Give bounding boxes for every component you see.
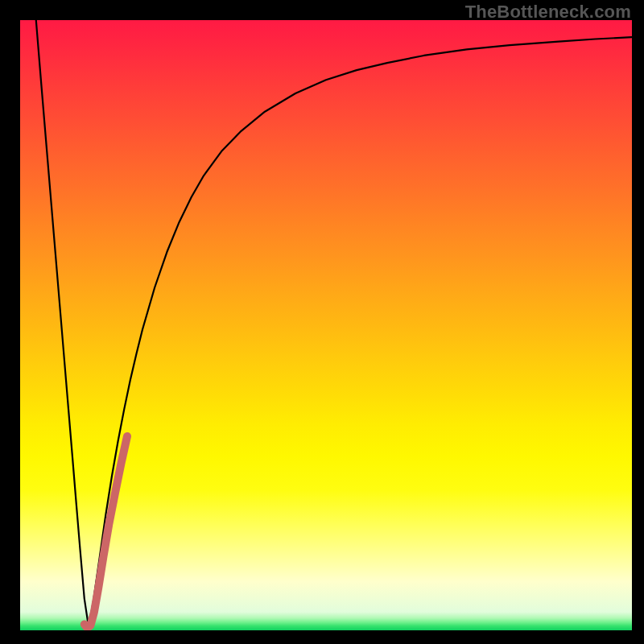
chart-frame: TheBottleneck.com: [0, 0, 644, 644]
plot-svg: [20, 20, 632, 630]
plot-area: [20, 20, 632, 630]
gradient-background: [20, 20, 632, 630]
